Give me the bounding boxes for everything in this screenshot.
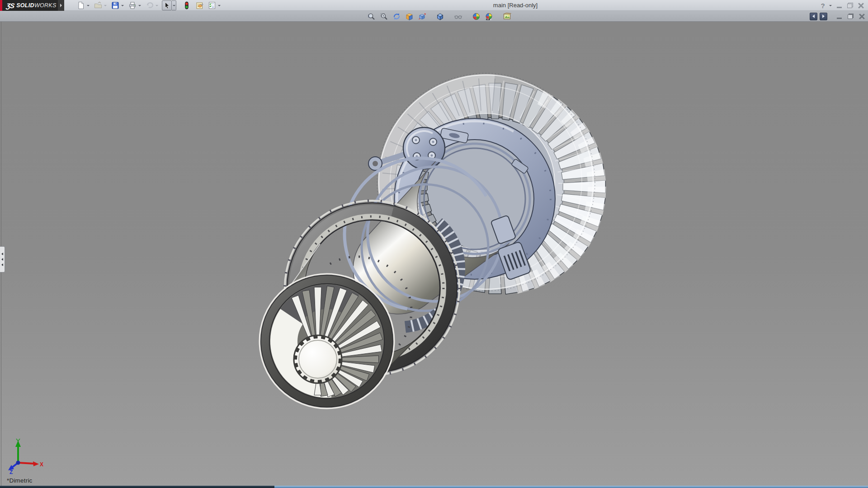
view-settings-icon[interactable] bbox=[453, 11, 463, 21]
triad-z-label: Z bbox=[9, 469, 13, 474]
view-toolbar-row bbox=[0, 11, 868, 22]
help-icon[interactable]: ? bbox=[819, 2, 826, 9]
engine-model[interactable] bbox=[0, 22, 868, 486]
print-dropdown[interactable] bbox=[137, 0, 142, 10]
menu-expand-arrow-icon bbox=[60, 4, 62, 7]
select-tool-icon[interactable] bbox=[162, 0, 172, 10]
save-dropdown[interactable] bbox=[120, 0, 125, 10]
shadows-icon[interactable] bbox=[484, 11, 494, 21]
open-icon[interactable] bbox=[93, 0, 103, 10]
doc-close-button[interactable] bbox=[857, 12, 866, 21]
options-dropdown[interactable] bbox=[217, 0, 222, 10]
rebuild-icon[interactable] bbox=[182, 0, 192, 10]
print-icon[interactable] bbox=[127, 0, 137, 10]
collapse-arrow-icon bbox=[1, 263, 3, 266]
apply-scene-icon[interactable] bbox=[502, 11, 512, 21]
collapse-arrow-icon bbox=[1, 253, 3, 255]
doc-restore-button[interactable] bbox=[846, 12, 855, 21]
reference-triad: X Y Z bbox=[4, 438, 44, 474]
menu-expand-tab[interactable] bbox=[58, 0, 64, 11]
view-toolbar bbox=[366, 11, 512, 21]
view-orientation-icon[interactable] bbox=[404, 11, 414, 21]
titlebar-controls: ? bbox=[819, 0, 865, 11]
zoom-to-area-icon[interactable] bbox=[379, 11, 389, 21]
taskbar-segment-dark bbox=[0, 486, 274, 488]
doc-minimize-button[interactable] bbox=[835, 12, 844, 21]
display-style-icon[interactable] bbox=[435, 11, 445, 21]
view-orientation-label: *Dimetric bbox=[7, 477, 33, 484]
logo-glyph: ƷS bbox=[6, 2, 15, 9]
previous-view-button[interactable] bbox=[810, 13, 817, 20]
help-dropdown[interactable] bbox=[828, 0, 833, 10]
standard-views-icon[interactable] bbox=[417, 11, 427, 21]
open-dropdown[interactable] bbox=[103, 0, 108, 10]
select-tool-dropdown[interactable] bbox=[172, 0, 176, 10]
rotate-view-icon[interactable] bbox=[392, 11, 401, 21]
window-title: main [Read-only] bbox=[493, 2, 538, 9]
new-document-icon[interactable] bbox=[76, 0, 86, 10]
realview-icon[interactable] bbox=[471, 11, 481, 21]
collapse-arrow-icon bbox=[1, 258, 3, 261]
save-icon[interactable] bbox=[110, 0, 120, 10]
feature-manager-collapsed-tab[interactable] bbox=[0, 246, 5, 272]
app-close-button[interactable] bbox=[856, 1, 865, 10]
app-minimize-button[interactable] bbox=[835, 1, 844, 10]
titlebar: ƷS SOLIDWORKS bbox=[0, 0, 868, 11]
triad-x-label: X bbox=[40, 461, 43, 468]
undo-dropdown[interactable] bbox=[155, 0, 159, 10]
graphics-viewport[interactable]: X Y Z *Dimetric bbox=[0, 22, 868, 486]
taskbar-segment-blue bbox=[274, 486, 868, 488]
logo-text-light: WORKS bbox=[34, 2, 57, 9]
new-document-dropdown[interactable] bbox=[86, 0, 90, 10]
next-view-button[interactable] bbox=[820, 13, 827, 20]
solidworks-logo: ƷS SOLIDWORKS bbox=[0, 0, 58, 11]
document-window-controls bbox=[810, 11, 866, 22]
standard-toolbar bbox=[76, 0, 222, 10]
undo-icon[interactable] bbox=[145, 0, 155, 10]
zoom-to-fit-icon[interactable] bbox=[366, 11, 376, 21]
logo-red-stripe bbox=[0, 0, 2, 11]
app-restore-button[interactable] bbox=[845, 1, 854, 10]
file-properties-icon[interactable] bbox=[194, 0, 204, 10]
logo-text-bold: SOLID bbox=[16, 2, 34, 9]
taskbar-edge bbox=[0, 486, 868, 488]
options-icon[interactable] bbox=[207, 0, 217, 10]
